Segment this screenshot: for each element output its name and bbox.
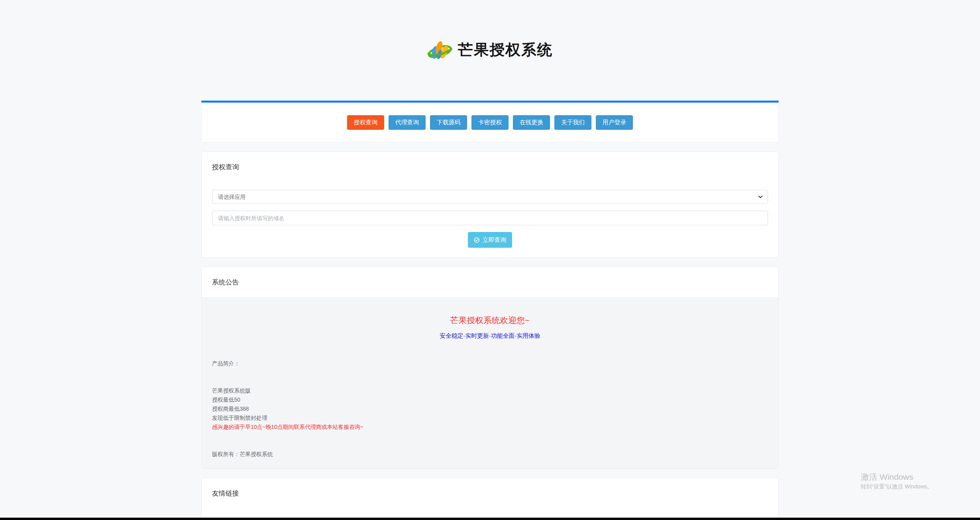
- announcement-product-name: 芒果授权系统版: [212, 386, 768, 395]
- nav-item-online-change[interactable]: 在线更换: [513, 115, 550, 130]
- announcement-content: 芒果授权系统欢迎您~ 安全稳定·实时更新·功能全面·实用体验 产品简介： 芒果授…: [202, 297, 778, 468]
- windows-activation-watermark: 激活 Windows 转到“设置”以激活 Windows。: [861, 472, 933, 491]
- bottom-edge-bar: [0, 518, 980, 520]
- nav-item-card-key-auth[interactable]: 卡密授权: [471, 115, 509, 130]
- watermark-line2: 转到“设置”以激活 Windows。: [861, 482, 933, 491]
- announcement-headline: 芒果授权系统欢迎您~: [212, 314, 768, 326]
- app-select[interactable]: 请选择应用: [212, 190, 768, 204]
- query-submit-label: 立即查询: [482, 236, 506, 244]
- announcement-price-line: 授权最低50: [212, 395, 768, 404]
- watermark-line1: 激活 Windows: [861, 472, 933, 482]
- announcement-copyright: 版权所有：芒果授权系统: [212, 450, 768, 459]
- nav-item-download-source[interactable]: 下载源码: [430, 115, 467, 130]
- nav-bar: 授权查询 代理查询 下载源码 卡密授权 在线更换 关于我们 用户登录: [201, 103, 779, 142]
- auth-query-card-title: 授权查询: [202, 152, 778, 172]
- page-title: 芒果授权系统: [458, 40, 553, 60]
- query-submit-button[interactable]: 立即查询: [468, 232, 512, 248]
- announcement-card: 系统公告 芒果授权系统欢迎您~ 安全稳定·实时更新·功能全面·实用体验 产品简介…: [201, 267, 779, 469]
- nav-item-agent-query[interactable]: 代理查询: [389, 115, 426, 130]
- brand-header: 芒果授权系统: [0, 0, 980, 63]
- announcement-intro-label: 产品简介：: [212, 359, 768, 368]
- announcement-tagline: 安全稳定·实时更新·功能全面·实用体验: [212, 331, 768, 340]
- friendly-links-title: 友情链接: [202, 478, 778, 508]
- friendly-links-card: 友情链接: [201, 478, 779, 520]
- announcement-contact-line: 感兴趣的请于早10点~晚10点期间联系代理商或本站客服咨询~: [212, 423, 768, 432]
- announcement-price-line: 发现低于限制禁封处理: [212, 413, 768, 423]
- nav-item-user-login[interactable]: 用户登录: [596, 115, 633, 130]
- domain-input[interactable]: [212, 211, 768, 225]
- check-circle-icon: [474, 237, 480, 243]
- announcement-card-title: 系统公告: [202, 267, 778, 287]
- nav-item-about-us[interactable]: 关于我们: [554, 115, 591, 130]
- mango-logo-icon: [427, 37, 452, 62]
- nav-item-auth-query[interactable]: 授权查询: [347, 115, 384, 130]
- auth-query-card: 授权查询 请选择应用 立即查询: [201, 152, 779, 258]
- announcement-price-line: 授权商最低388: [212, 404, 768, 413]
